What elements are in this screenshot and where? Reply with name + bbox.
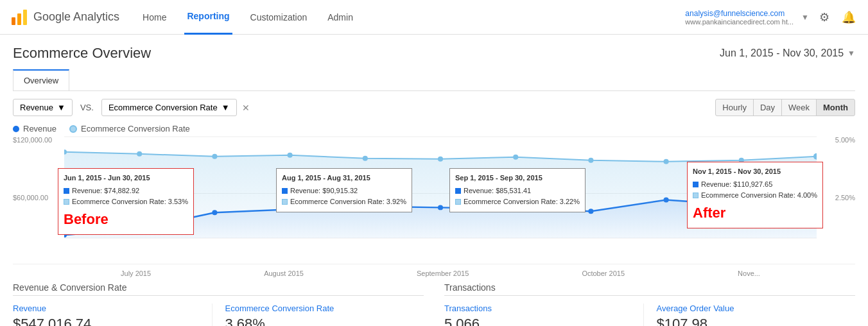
logo-area: Google Analytics — [10, 8, 119, 26]
tooltip-nov: Nov 1, 2015 - Nov 30, 2015 Revenue: $110… — [687, 162, 823, 228]
stats-group-revenue-title: Revenue & Conversion Rate — [13, 282, 424, 296]
stat-revenue-value: $547,016.74 — [13, 316, 199, 326]
top-nav: Google Analytics Home Reporting Customiz… — [0, 0, 868, 35]
tooltip-nov-rev-icon — [693, 182, 699, 187]
legend-conversion-label: Ecommerce Conversion Rate — [81, 124, 190, 133]
x-label-oct: October 2015 — [582, 270, 625, 277]
chart-legend: Revenue Ecommerce Conversion Rate — [13, 124, 855, 133]
nav-admin[interactable]: Admin — [325, 0, 356, 35]
stat-transactions-label[interactable]: Transactions — [444, 304, 630, 313]
tooltip-june-conv-icon — [64, 199, 69, 205]
tooltip-nov-conv: Ecommerce Conversion Rate: 4.00% — [693, 190, 817, 202]
svg-point-25 — [664, 159, 669, 164]
legend-revenue-dot — [13, 126, 19, 132]
x-label-aug: August 2015 — [264, 270, 304, 277]
date-range-picker[interactable]: Jun 1, 2015 - Nov 30, 2015 ▼ — [720, 47, 855, 59]
svg-point-22 — [438, 157, 443, 162]
svg-rect-0 — [12, 17, 15, 25]
legend-conversion: Ecommerce Conversion Rate — [69, 124, 190, 133]
stats-group-transactions-items: Transactions 5,066 Average Order Value $… — [444, 304, 855, 326]
svg-point-20 — [288, 153, 293, 158]
after-label: After — [693, 202, 817, 224]
tooltip-sep: Sep 1, 2015 - Sep 30, 2015 Revenue: $85,… — [449, 168, 586, 212]
tooltip-nov-conv-icon — [693, 193, 699, 198]
chart-container: $120,000.00 $60,000.00 5.00% 2.50% — [13, 136, 855, 264]
tooltip-sep-conv: Ecommerce Conversion Rate: 3.22% — [455, 196, 580, 208]
tooltip-aug-revenue: Revenue: $90,915.32 — [282, 185, 406, 197]
tooltip-aug-title: Aug 1, 2015 - Aug 31, 2015 — [282, 173, 406, 184]
dropdown-icon[interactable]: ▼ — [801, 13, 809, 22]
settings-icon[interactable]: ⚙ — [815, 8, 833, 26]
stats-sections: Revenue & Conversion Rate Revenue $547,0… — [13, 282, 855, 326]
tooltip-june-conv: Ecommerce Conversion Rate: 3.53% — [64, 196, 188, 208]
stat-revenue-label[interactable]: Revenue — [13, 304, 199, 313]
tooltip-june: Jun 1, 2015 - Jun 30, 2015 Revenue: $74,… — [58, 168, 194, 235]
nav-customization[interactable]: Customization — [248, 0, 310, 35]
nav-account-info: analysis@funnelscience.com www.pankainci… — [685, 9, 794, 26]
stat-transactions-value: 5,066 — [444, 316, 630, 326]
time-buttons: Hourly Day Week Month — [716, 99, 855, 116]
y-label-top: $120,000.00 — [13, 136, 64, 144]
metric2-dropdown[interactable]: Ecommerce Conversion Rate ▼ — [101, 99, 237, 116]
before-label: Before — [64, 208, 188, 230]
legend-revenue-label: Revenue — [23, 124, 56, 133]
tooltip-aug: Aug 1, 2015 - Aug 31, 2015 Revenue: $90,… — [276, 168, 412, 212]
time-month-button[interactable]: Month — [816, 99, 855, 116]
ga-logo-icon — [10, 8, 28, 26]
stat-conversion-label[interactable]: Ecommerce Conversion Rate — [225, 304, 412, 313]
metric1-dropdown[interactable]: Revenue ▼ — [13, 99, 73, 116]
tab-bar: Overview — [13, 69, 855, 91]
nav-home[interactable]: Home — [140, 0, 169, 35]
time-day-button[interactable]: Day — [753, 99, 782, 116]
metric1-dropdown-arrow: ▼ — [57, 103, 65, 112]
tooltip-sep-rev-icon — [455, 188, 461, 194]
remove-metric2-button[interactable]: ✕ — [242, 103, 250, 113]
tooltip-sep-title: Sep 1, 2015 - Sep 30, 2015 — [455, 173, 580, 184]
stat-transactions: Transactions 5,066 — [444, 304, 644, 326]
nav-right: analysis@funnelscience.com www.pankainci… — [685, 8, 858, 26]
nav-subtext: www.pankainciancedirect.com ht... — [685, 18, 794, 26]
legend-revenue: Revenue — [13, 124, 56, 133]
x-label-jul: July 2015 — [121, 270, 151, 277]
x-label-nov: Nove... — [738, 270, 760, 277]
stat-avg-order-label[interactable]: Average Order Value — [657, 304, 843, 313]
page-header: Ecommerce Overview Jun 1, 2015 - Nov 30,… — [13, 45, 855, 62]
tooltip-june-revenue: Revenue: $74,882.92 — [64, 185, 188, 197]
time-hourly-button[interactable]: Hourly — [715, 99, 754, 116]
chart-x-axis: July 2015 August 2015 September 2015 Oct… — [13, 270, 855, 277]
tooltip-sep-conv-icon — [455, 199, 461, 205]
nav-links: Home Reporting Customization Admin — [140, 0, 685, 35]
date-range-text: Jun 1, 2015 - Nov 30, 2015 — [720, 47, 844, 59]
nav-reporting[interactable]: Reporting — [184, 0, 232, 35]
page-title: Ecommerce Overview — [13, 45, 151, 62]
stat-conversion-value: 3.68% — [225, 316, 412, 326]
svg-point-23 — [513, 155, 518, 160]
metric2-dropdown-arrow: ▼ — [221, 103, 230, 112]
tooltip-june-rev-icon — [64, 188, 69, 194]
controls-left: Revenue ▼ VS. Ecommerce Conversion Rate … — [13, 99, 250, 116]
tooltip-sep-revenue: Revenue: $85,531.41 — [455, 185, 580, 197]
tooltip-june-title: Jun 1, 2015 - Jun 30, 2015 — [64, 173, 188, 184]
date-range-arrow-icon: ▼ — [847, 49, 855, 58]
chart-svg-area: Jun 1, 2015 - Jun 30, 2015 Revenue: $74,… — [64, 136, 817, 251]
chart-y-axis: $120,000.00 $60,000.00 — [13, 136, 64, 251]
nav-icons: ▼ ⚙ 🔔 — [801, 8, 858, 26]
tab-overview[interactable]: Overview — [13, 69, 69, 90]
stat-revenue: Revenue $547,016.74 — [13, 304, 213, 326]
stat-conversion-rate: Ecommerce Conversion Rate 3.68% — [213, 304, 424, 326]
notifications-icon[interactable]: 🔔 — [840, 8, 858, 26]
tooltip-nov-title: Nov 1, 2015 - Nov 30, 2015 — [693, 166, 817, 178]
page-content: Ecommerce Overview Jun 1, 2015 - Nov 30,… — [0, 35, 868, 326]
nav-email[interactable]: analysis@funnelscience.com — [685, 9, 794, 18]
y-right-top: 5.00% — [817, 136, 855, 144]
stat-avg-order-value: $107.98 — [657, 316, 843, 326]
stats-group-transactions-title: Transactions — [444, 282, 855, 296]
stats-group-revenue: Revenue & Conversion Rate Revenue $547,0… — [13, 282, 424, 326]
svg-point-18 — [137, 151, 142, 157]
time-week-button[interactable]: Week — [781, 99, 817, 116]
svg-rect-2 — [23, 10, 27, 25]
legend-conversion-dot — [69, 125, 77, 133]
tooltip-aug-conv: Ecommerce Conversion Rate: 3.92% — [282, 196, 406, 208]
y-label-mid: $60,000.00 — [13, 194, 64, 202]
x-label-sep: September 2015 — [417, 270, 469, 277]
